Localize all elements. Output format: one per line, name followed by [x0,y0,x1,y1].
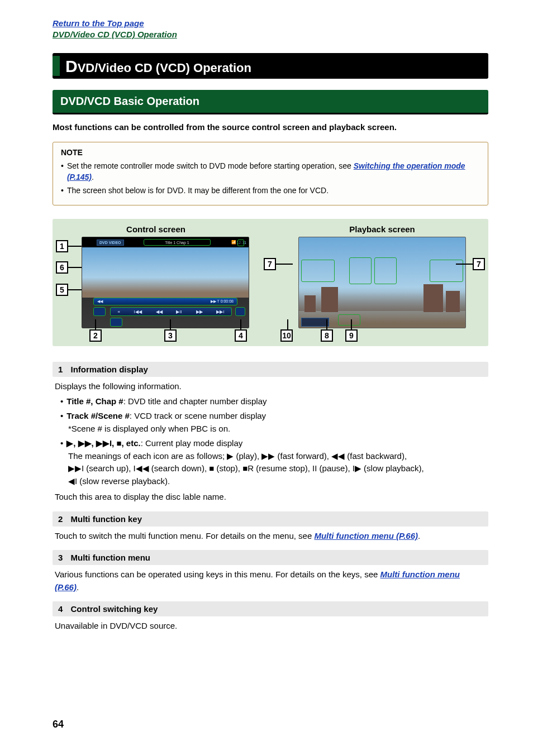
touch-zone-center-left [349,257,372,284]
icons-line3: ◀I (slow reverse playback). [68,475,486,488]
def-title: Multi function key [71,514,142,524]
building-icon [321,287,338,312]
title-big-letter: D [65,57,78,75]
header-links: Return to the Top page DVD/Video CD (VCD… [53,18,488,41]
callout-7-left: 7 [264,258,276,270]
prev-track-icon: « [117,309,120,314]
touch-zone-left [301,260,335,282]
main-title: DVD/Video CD (VCD) Operation [65,56,251,76]
note2-text: The screen shot below is for DVD. It may… [67,185,329,196]
callout-8: 8 [321,329,333,342]
bullet-icon: • [60,410,63,423]
page-number: 64 [53,719,64,730]
multi-function-row: « I◀◀ ◀◀ ▶II ▶▶ ▶▶I [110,307,232,316]
touch-zone-right [430,260,463,282]
def-head-2: 2 Multi function key [53,511,488,527]
intro-text: Most functions can be controlled from th… [53,122,488,132]
multi-key-icon [110,318,122,327]
building-icon [304,295,316,312]
section-title: DVD/VCD Basic Operation [60,95,199,107]
def1-bullet-1: • Title #, Chap #: DVD title and chapter… [55,395,486,408]
multi-function-menu-link[interactable]: Multi function menu (P.66) [314,531,418,540]
note-item-1: • Set the remote controller mode switch … [61,160,480,183]
icons-line1: ▶ (play), ▶▶ (fast forward), ◀◀ (fast ba… [227,451,407,461]
title-rest: VD/Video CD (VCD) Operation [78,61,251,75]
lead-line [456,264,473,265]
rewind-icon: I◀◀ [134,309,142,314]
status-left: ◀◀ [97,299,103,304]
bullet-icon: • [60,395,63,408]
callout-7-right: 7 [473,258,485,270]
b1-rest: : DVD title and chapter number display [123,396,267,406]
playback-screen-mock [298,237,466,328]
lead-line [240,319,241,329]
callout-5: 5 [56,284,68,296]
b3-bold: ▶, ▶▶, ▶▶I, ■, etc. [66,438,140,448]
main-title-bar: DVD/Video CD (VCD) Operation [53,53,488,79]
b2-rest: : VCD track or scene number display [130,411,266,420]
def1-outro: Touch this area to display the disc labl… [55,491,486,504]
building-icon [446,291,460,312]
def-num: 1 [58,365,63,374]
callout-2: 2 [89,329,102,342]
lead-line [326,319,327,329]
title-chap-display: Title 1 Chap 1 [144,239,211,246]
def-4: 4 Control switching key Unavailable in D… [53,601,488,637]
def-title: Control switching key [71,604,158,614]
def-head-3: 3 Multi function menu [53,550,488,565]
lead-line [351,319,352,329]
callout-3: 3 [164,329,177,342]
status-right: ▶▶ T 0:00:08 [211,299,234,304]
d2-post: . [418,531,420,540]
diagram-panel: Control screen Playback screen 📶 12:11 D… [53,219,488,346]
lead-line [287,319,288,329]
def-num: 3 [58,553,63,562]
playback-label-icon [301,318,329,327]
icons-line: The meanings of each icon are as follows… [68,450,486,463]
callout-6: 6 [56,261,68,274]
bullet-icon: • [61,185,64,196]
bullet-icon: • [61,160,64,183]
def-1: 1 Information display Displays the follo… [53,362,488,508]
playback-screen-label: Playback screen [276,224,488,234]
callout-9: 9 [345,329,358,342]
def-title: Multi function menu [71,553,150,562]
note1-post: . [92,173,94,181]
callout-1: 1 [56,240,68,252]
note-item-2: • The screen shot below is for DVD. It m… [61,185,480,196]
playpause-icon: ▶II [176,309,182,314]
icons-pre: The meanings of each icon are as follows… [68,451,227,461]
def-body-2: Touch to switch the multi function menu.… [53,530,488,547]
icons-line2: ▶▶I (search up), I◀◀ (search down), ■ (s… [68,462,486,475]
b3-rest: : Current play mode display [141,438,243,448]
touch-zone-center-right [374,257,397,284]
def-head-1: 1 Information display [53,362,488,377]
lead-line [276,264,293,265]
d3-post: . [77,582,79,592]
control-screen-label: Control screen [53,224,259,234]
callout-10: 10 [280,329,293,342]
def1-bullet-2: • Track #/Scene #: VCD track or scene nu… [55,410,486,423]
signal-icon: 📶 [231,240,236,245]
def-body-1: Displays the following information. • Ti… [53,380,488,508]
breadcrumb-link[interactable]: DVD/Video CD (VCD) Operation [53,30,177,39]
title-accent [53,56,60,76]
touch-zone-bottom [338,314,360,326]
rewind2-icon: ◀◀ [156,309,163,314]
note-box: NOTE • Set the remote controller mode sw… [53,142,488,206]
def-body-3: Various functions can be operated using … [53,568,488,598]
def1-bullet-3: • ▶, ▶▶, ▶▶I, ■, etc.: Current play mode… [55,437,486,450]
play-indicator-icon [237,240,244,246]
section-title-bar: DVD/VCD Basic Operation [53,90,488,114]
d2-pre: Touch to switch the multi function menu.… [55,531,314,540]
def-num: 2 [58,514,63,524]
lead-line [170,319,171,329]
def-head-4: 4 Control switching key [53,601,488,616]
b1-bold: Title #, Chap # [66,396,123,406]
lead-line [68,289,82,290]
lead-line [68,246,82,247]
note1-pre: Set the remote controller mode switch to… [67,161,354,170]
lead-line [95,319,96,329]
return-top-link[interactable]: Return to the Top page [53,18,144,28]
note-title: NOTE [61,148,480,157]
